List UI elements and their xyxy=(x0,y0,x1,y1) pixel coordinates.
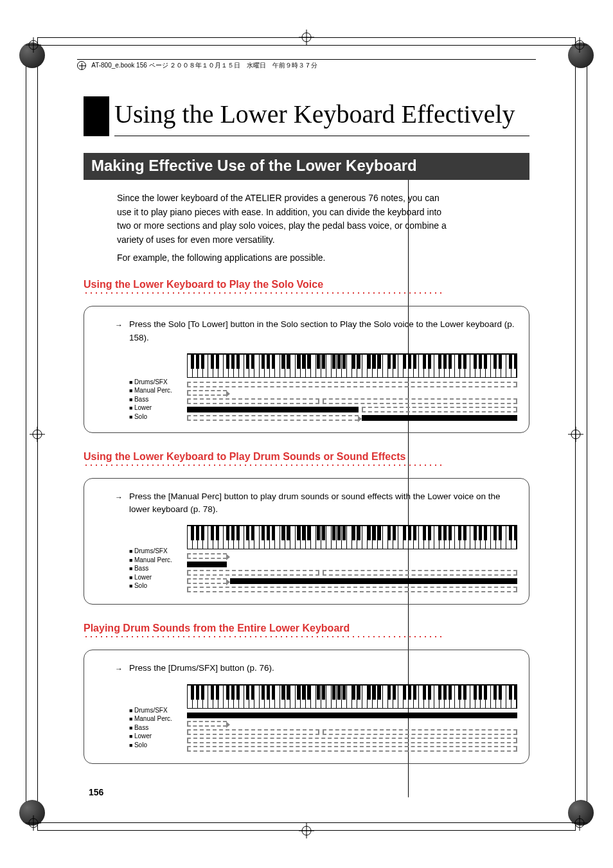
step-body: Press the [Manual Perc] button to play d… xyxy=(129,492,501,514)
label-bass: Bass xyxy=(129,723,187,732)
keyboard-diagram: Drums/SFX Manual Perc. Bass Lower Solo xyxy=(129,684,517,754)
book-icon xyxy=(77,61,86,70)
keyboard-graphic xyxy=(187,353,517,378)
range-bass xyxy=(187,729,517,735)
keyboard-wrap xyxy=(187,353,517,423)
label-manual: Manual Perc. xyxy=(129,556,187,565)
range-drums xyxy=(187,713,517,718)
registration-mark xyxy=(30,427,45,442)
step-body: Press the Solo [To Lower] button in the … xyxy=(129,319,515,342)
range-manual xyxy=(187,562,517,567)
arrow-icon: → xyxy=(115,663,123,675)
registration-mark xyxy=(568,427,583,442)
range-lower xyxy=(187,578,517,584)
registration-mark xyxy=(299,30,314,45)
label-drums: Drums/SFX xyxy=(129,378,187,387)
registration-mark xyxy=(299,823,314,838)
page-number: 156 xyxy=(89,787,103,797)
label-solo: Solo xyxy=(129,581,187,590)
registration-mark-corner xyxy=(26,815,41,831)
label-manual: Manual Perc. xyxy=(129,714,187,723)
dotted-rule xyxy=(84,292,443,294)
keyboard-graphic xyxy=(187,684,517,709)
range-labels: Drums/SFX Manual Perc. Bass Lower Solo xyxy=(129,353,187,421)
chapter-tab xyxy=(84,96,109,136)
intro-paragraph: For example, the following applications … xyxy=(117,251,451,265)
dotted-rule xyxy=(84,464,443,466)
range-manual xyxy=(187,390,517,396)
arrow-icon: → xyxy=(115,319,123,331)
chapter-title: Using the Lower Keyboard Effectively xyxy=(114,96,529,136)
label-lower: Lower xyxy=(129,732,187,741)
range-labels: Drums/SFX Manual Perc. Bass Lower Solo xyxy=(129,684,187,750)
arrow-icon: → xyxy=(115,492,123,503)
example-box-solo: → Press the Solo [To Lower] button in th… xyxy=(84,306,529,433)
keyboard-diagram: Drums/SFX Manual Perc. Bass Lower Solo xyxy=(129,353,517,423)
step-text: → Press the [Drums/SFX] button (p. 76). xyxy=(129,662,517,675)
keyboard-wrap xyxy=(187,525,517,595)
label-drums: Drums/SFX xyxy=(129,547,187,556)
label-solo: Solo xyxy=(129,741,187,750)
range-solo xyxy=(187,415,517,421)
subheading-solo-voice: Using the Lower Keyboard to Play the Sol… xyxy=(84,279,529,290)
intro-text: Since the lower keyboard of the ATELIER … xyxy=(117,191,451,265)
range-drums xyxy=(187,553,517,559)
label-bass: Bass xyxy=(129,564,187,573)
subheading-drums-sfx: Playing Drum Sounds from the Entire Lowe… xyxy=(84,623,529,634)
intro-paragraph: Since the lower keyboard of the ATELIER … xyxy=(117,191,451,247)
range-solo xyxy=(187,587,517,592)
range-bass xyxy=(187,398,517,404)
label-manual: Manual Perc. xyxy=(129,386,187,395)
label-lower: Lower xyxy=(129,403,187,412)
range-solo xyxy=(187,746,517,752)
range-drums xyxy=(187,382,517,387)
step-text: → Press the [Manual Perc] button to play… xyxy=(129,490,517,517)
label-bass: Bass xyxy=(129,395,187,404)
registration-mark-corner xyxy=(26,37,41,53)
step-text: → Press the Solo [To Lower] button in th… xyxy=(129,318,517,344)
range-manual xyxy=(187,721,517,727)
page-content: Using the Lower Keyboard Effectively Mak… xyxy=(84,96,529,782)
step-body: Press the [Drums/SFX] button (p. 76). xyxy=(129,663,274,673)
example-box-drums-sfx: → Press the [Drums/SFX] button (p. 76). … xyxy=(84,650,529,763)
example-box-manual-perc: → Press the [Manual Perc] button to play… xyxy=(84,478,529,605)
registration-mark-corner xyxy=(572,815,587,831)
range-labels: Drums/SFX Manual Perc. Bass Lower Solo xyxy=(129,525,187,590)
label-solo: Solo xyxy=(129,412,187,421)
keyboard-wrap xyxy=(187,684,517,754)
keyboard-graphic xyxy=(187,525,517,549)
range-lower xyxy=(187,738,517,743)
header-text: AT-800_e.book 156 ページ ２００８年１０月１５日 水曜日 午前… xyxy=(91,62,317,69)
dotted-rule xyxy=(84,635,443,638)
running-header: AT-800_e.book 156 ページ ２００８年１０月１５日 水曜日 午前… xyxy=(77,59,536,70)
registration-mark-corner xyxy=(572,37,587,53)
range-lower xyxy=(187,407,517,412)
chapter-title-row: Using the Lower Keyboard Effectively xyxy=(84,96,529,136)
subheading-manual-perc: Using the Lower Keyboard to Play Drum So… xyxy=(84,451,529,463)
range-bass xyxy=(187,570,517,576)
label-lower: Lower xyxy=(129,573,187,582)
section-heading: Making Effective Use of the Lower Keyboa… xyxy=(84,153,529,180)
label-drums: Drums/SFX xyxy=(129,706,187,715)
keyboard-diagram: Drums/SFX Manual Perc. Bass Lower Solo xyxy=(129,525,517,595)
